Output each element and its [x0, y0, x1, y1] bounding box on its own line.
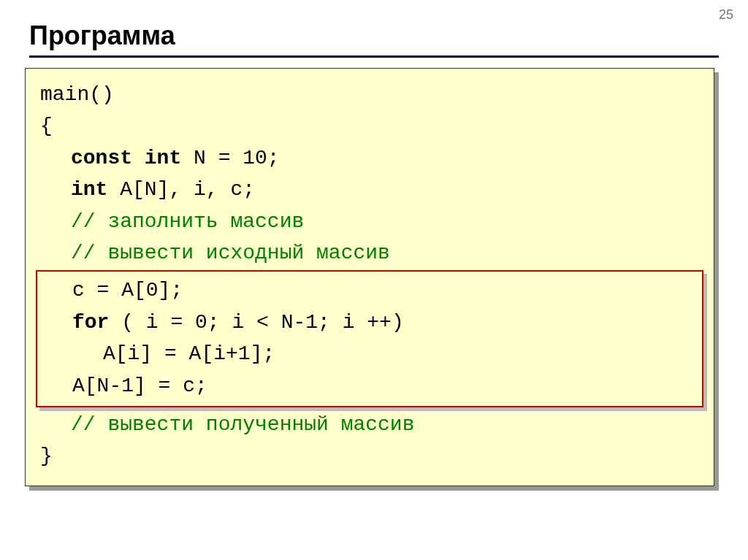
highlight-box: c = A[0]; for ( i = 0; i < N-1; i ++) A[… [36, 270, 703, 407]
code-line: // вывести исходный массив [40, 237, 699, 269]
keyword: for [72, 311, 109, 334]
comment: // вывести исходный массив [71, 242, 390, 264]
code-line: A[i] = A[i+1]; [42, 338, 698, 369]
highlight-block: c = A[0]; for ( i = 0; i < N-1; i ++) A[… [36, 270, 703, 407]
comment: // заполнить массив [71, 210, 304, 233]
title-divider [29, 55, 719, 58]
slide: 25 Программа main() { const int N = 10; … [0, 0, 748, 560]
slide-title: Программа [29, 20, 719, 51]
code-block: main() { const int N = 10; int A[N], i, … [25, 68, 714, 486]
keyword: int [71, 178, 107, 201]
code-line: int A[N], i, c; [40, 174, 699, 205]
code-block-shadow: main() { const int N = 10; int A[N], i, … [29, 72, 719, 491]
code-line: const int N = 10; [40, 142, 699, 174]
code-line: A[N-1] = c; [42, 370, 698, 402]
code-line: { [40, 110, 699, 142]
keyword: const int [71, 147, 181, 169]
code-text: N = 10; [181, 147, 279, 169]
code-line: // заполнить массив [40, 206, 699, 237]
code-text: ( i = 0; i < N-1; i ++) [109, 311, 403, 334]
code-line: // вывести полученный массив [40, 409, 699, 440]
page-number: 25 [719, 7, 733, 23]
code-line: c = A[0]; [42, 275, 698, 306]
code-text: A[N], i, c; [107, 178, 255, 201]
code-line: for ( i = 0; i < N-1; i ++) [42, 307, 698, 338]
comment: // вывести полученный массив [71, 413, 414, 436]
code-line: main() [40, 79, 699, 110]
code-line: } [40, 440, 699, 472]
